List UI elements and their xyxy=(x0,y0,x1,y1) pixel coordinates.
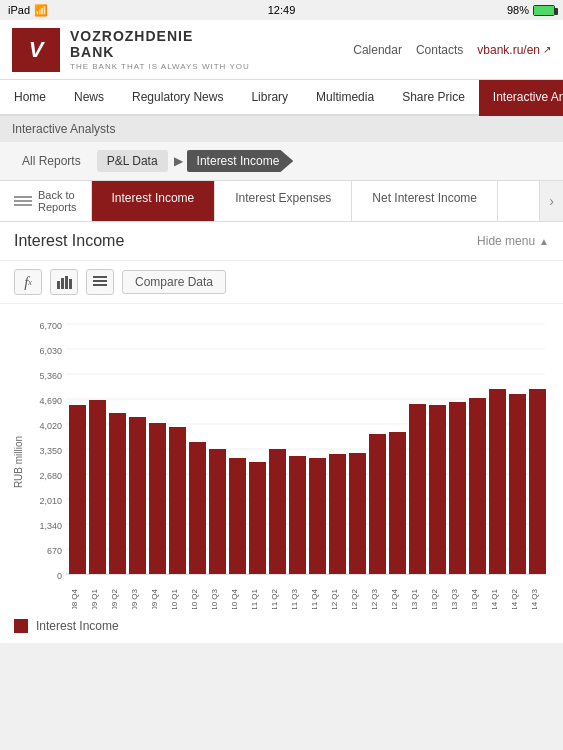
svg-text:4,690: 4,690 xyxy=(39,396,62,406)
sub-tab-pl-data[interactable]: P&L Data xyxy=(97,150,168,172)
table-icon xyxy=(93,276,107,288)
status-bar: iPad 📶 12:49 98% xyxy=(0,0,563,20)
hide-menu-button[interactable]: Hide menu ▲ xyxy=(477,234,549,248)
svg-text:6,700: 6,700 xyxy=(39,321,62,331)
section-interest-expenses[interactable]: Interest Expenses xyxy=(215,181,352,221)
svg-text:2013 Q3: 2013 Q3 xyxy=(450,588,459,609)
bar-5 xyxy=(169,427,186,574)
bar-20 xyxy=(469,398,486,574)
section-interest-income[interactable]: Interest Income xyxy=(92,181,216,221)
bar-15 xyxy=(369,434,386,574)
svg-text:2012 Q3: 2012 Q3 xyxy=(370,588,379,609)
svg-text:2009 Q2: 2009 Q2 xyxy=(110,588,119,609)
svg-rect-3 xyxy=(69,279,72,289)
svg-rect-4 xyxy=(93,276,107,278)
carrier-label: iPad xyxy=(8,4,30,16)
bar-11 xyxy=(289,456,306,574)
svg-text:2011 Q3: 2011 Q3 xyxy=(290,588,299,609)
svg-text:2,010: 2,010 xyxy=(39,496,62,506)
page-title: Interest Income xyxy=(14,232,124,250)
menu-lines-icon xyxy=(14,196,32,206)
section-nav-next-arrow[interactable]: › xyxy=(539,181,563,221)
calendar-link[interactable]: Calendar xyxy=(353,43,402,57)
bar-13 xyxy=(329,454,346,574)
bar-6 xyxy=(189,442,206,574)
compare-data-button[interactable]: Compare Data xyxy=(122,270,226,294)
battery-percent: 98% xyxy=(507,4,529,16)
svg-text:2,680: 2,680 xyxy=(39,471,62,481)
svg-text:2010 Q2: 2010 Q2 xyxy=(190,588,199,609)
table-button[interactable] xyxy=(86,269,114,295)
bar-1 xyxy=(89,400,106,574)
svg-text:2009 Q3: 2009 Q3 xyxy=(130,588,139,609)
bar-21 xyxy=(489,389,506,574)
contacts-link[interactable]: Contacts xyxy=(416,43,463,57)
svg-text:1,340: 1,340 xyxy=(39,521,62,531)
bar-4 xyxy=(149,423,166,574)
bank-name: VOZROZHDENIE BANK THE BANK THAT IS ALWAY… xyxy=(70,28,250,71)
nav-share-price[interactable]: Share Price xyxy=(388,80,479,116)
svg-text:2014 Q1: 2014 Q1 xyxy=(490,588,499,609)
formula-button[interactable]: fx xyxy=(14,269,42,295)
triangle-up-icon: ▲ xyxy=(539,236,549,247)
nav-interactive-analysts[interactable]: Interactive Analysts xyxy=(479,80,563,116)
bar-chart-icon xyxy=(56,275,72,289)
breadcrumb: Interactive Analysts xyxy=(0,116,563,142)
svg-text:2012 Q4: 2012 Q4 xyxy=(390,588,399,609)
sub-nav: All Reports P&L Data ▶ Interest Income xyxy=(0,142,563,181)
bar-14 xyxy=(349,453,366,574)
bar-17 xyxy=(409,404,426,574)
bar-8 xyxy=(229,458,246,574)
nav-home[interactable]: Home xyxy=(0,80,60,116)
svg-text:2012 Q1: 2012 Q1 xyxy=(330,588,339,609)
logo-box: V xyxy=(12,28,60,72)
chevron-right-icon: › xyxy=(549,193,554,209)
main-nav: Home News Regulatory News Library Multim… xyxy=(0,80,563,116)
time-label: 12:49 xyxy=(268,4,296,16)
header-links: Calendar Contacts vbank.ru/en ↗ xyxy=(353,43,551,57)
svg-rect-6 xyxy=(93,284,107,286)
svg-text:2010 Q1: 2010 Q1 xyxy=(170,588,179,609)
svg-text:2014 Q3: 2014 Q3 xyxy=(530,588,539,609)
svg-rect-5 xyxy=(93,280,107,282)
back-label: Back toReports xyxy=(38,189,77,213)
external-link-icon: ↗ xyxy=(543,44,551,55)
nav-multimedia[interactable]: Multimedia xyxy=(302,80,388,116)
nav-regulatory-news[interactable]: Regulatory News xyxy=(118,80,237,116)
nav-news[interactable]: News xyxy=(60,80,118,116)
svg-text:2011 Q1: 2011 Q1 xyxy=(250,588,259,609)
bar-7 xyxy=(209,449,226,574)
nav-library[interactable]: Library xyxy=(237,80,302,116)
svg-text:2013 Q4: 2013 Q4 xyxy=(470,588,479,609)
logo-area: V VOZROZHDENIE BANK THE BANK THAT IS ALW… xyxy=(12,28,250,72)
section-net-interest-income[interactable]: Net Interest Income xyxy=(352,181,498,221)
bar-3 xyxy=(129,417,146,574)
svg-text:2011 Q4: 2011 Q4 xyxy=(310,588,319,609)
y-axis-label: RUB million xyxy=(13,436,24,488)
site-link[interactable]: vbank.ru/en ↗ xyxy=(477,43,551,57)
bank-tagline: THE BANK THAT IS ALWAYS WITH YOU xyxy=(70,62,250,71)
back-to-reports[interactable]: Back toReports xyxy=(0,181,92,221)
bank-name-bottom: BANK xyxy=(70,44,250,60)
svg-text:2010 Q4: 2010 Q4 xyxy=(230,588,239,609)
logo-v-icon: V xyxy=(29,37,44,63)
svg-text:6,030: 6,030 xyxy=(39,346,62,356)
arrow-right-icon: ▶ xyxy=(174,154,183,168)
bar-chart-button[interactable] xyxy=(50,269,78,295)
svg-text:2009 Q4: 2009 Q4 xyxy=(150,588,159,609)
bar-23 xyxy=(529,389,546,574)
bar-12 xyxy=(309,458,326,574)
svg-text:2012 Q2: 2012 Q2 xyxy=(350,588,359,609)
svg-text:2009 Q1: 2009 Q1 xyxy=(90,588,99,609)
sub-tab-interest-income[interactable]: Interest Income xyxy=(187,150,294,172)
svg-text:3,350: 3,350 xyxy=(39,446,62,456)
svg-rect-0 xyxy=(57,281,60,289)
bar-18 xyxy=(429,405,446,574)
sub-tab-all-reports[interactable]: All Reports xyxy=(12,150,91,172)
wifi-icon: 📶 xyxy=(34,4,48,17)
bar-22 xyxy=(509,394,526,574)
svg-text:2013 Q1: 2013 Q1 xyxy=(410,588,419,609)
section-nav: Back toReports Interest Income Interest … xyxy=(0,181,563,222)
svg-text:0: 0 xyxy=(57,571,62,581)
chart-legend: Interest Income xyxy=(0,609,563,643)
